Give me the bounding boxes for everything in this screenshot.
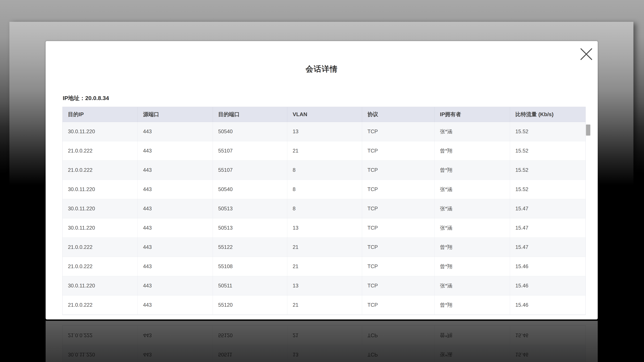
table-cell: 443 — [138, 296, 213, 315]
table-cell: 50540 — [213, 180, 287, 199]
table-cell: TCP — [362, 122, 434, 141]
table-cell: 13 — [287, 218, 362, 238]
table-cell: 21 — [287, 257, 362, 276]
table-cell: TCP — [362, 276, 434, 295]
table-cell: 443 — [138, 161, 213, 180]
table-cell: 21.0.0.222 — [62, 141, 138, 160]
table-cell: 50513 — [213, 218, 287, 238]
ip-address-line: IP地址：20.0.8.34 — [63, 94, 109, 102]
table-cell: 15.46 — [510, 276, 586, 295]
table-cell: 50513 — [213, 199, 287, 218]
session-table: 目的IP 源端口 目的端口 VLAN 协议 IP拥有者 比特流量 (Kb/s) … — [62, 107, 586, 315]
table-cell: 15.47 — [510, 199, 586, 218]
table-cell: TCP — [362, 161, 434, 180]
table-cell: 张*涵 — [434, 276, 510, 295]
table-cell: 50511 — [213, 276, 287, 295]
table-cell: TCP — [362, 180, 434, 199]
table-cell: 55107 — [213, 141, 287, 160]
table-cell: 21 — [287, 296, 362, 315]
table-cell: 21.0.0.222 — [62, 161, 138, 180]
session-dialog: 会话详情 IP地址：20.0.8.34 目的IP 源端口 目的端口 VLAN 协… — [46, 41, 598, 320]
table-cell: 曾*翔 — [434, 141, 510, 160]
table-cell: 8 — [287, 180, 362, 199]
table-cell: 30.0.11.220 — [62, 199, 138, 218]
column-header-dest-ip: 目的IP — [62, 107, 138, 122]
table-cell: 30.0.11.220 — [62, 276, 138, 295]
column-header-vlan: VLAN — [287, 107, 362, 122]
table-cell: 张*涵 — [434, 199, 510, 218]
table-cell: 15.47 — [510, 218, 586, 238]
table-cell: 21.0.0.222 — [62, 238, 138, 257]
column-header-dest-port: 目的端口 — [213, 107, 287, 122]
table-row: 21.0.0.222443551078TCP曾*翔15.52 — [62, 161, 586, 180]
table-cell: 15.46 — [510, 296, 586, 315]
ip-address-label: IP地址： — [63, 95, 85, 101]
table-cell: 15.47 — [510, 238, 586, 257]
table-cell: 443 — [138, 122, 213, 141]
column-header-protocol: 协议 — [362, 107, 434, 122]
table-cell: 30.0.11.220 — [62, 180, 138, 199]
table-cell: 15.46 — [510, 257, 586, 276]
table-cell: 13 — [287, 276, 362, 295]
table-row: 21.0.0.2224435512221TCP曾*翔15.47 — [62, 238, 586, 257]
table-cell: 443 — [138, 218, 213, 238]
table-cell: 曾*翔 — [434, 257, 510, 276]
table-cell: 55122 — [213, 238, 287, 257]
table-cell: 443 — [138, 141, 213, 160]
table-row: 21.0.0.2224435512021TCP曾*翔15.46 — [62, 296, 586, 315]
table-cell: 13 — [287, 122, 362, 141]
table-row: 30.0.11.2204435054013TCP张*涵15.52 — [62, 122, 586, 141]
table-cell: 21.0.0.222 — [62, 296, 138, 315]
table-cell: TCP — [362, 238, 434, 257]
column-header-bit-traffic: 比特流量 (Kb/s) — [510, 107, 586, 122]
table-cell: 55120 — [213, 296, 287, 315]
table-cell: 21 — [287, 141, 362, 160]
table-row: 30.0.11.2204435051313TCP张*涵15.47 — [62, 218, 586, 238]
table-cell: 443 — [138, 276, 213, 295]
table-cell: TCP — [362, 218, 434, 238]
table-cell: 21.0.0.222 — [62, 257, 138, 276]
table-cell: 55108 — [213, 257, 287, 276]
table-cell: 曾*翔 — [434, 161, 510, 180]
table-cell: 15.52 — [510, 122, 586, 141]
presentation-stage: 会话详情 IP地址：20.0.8.34 目的IP 源端口 目的端口 VLAN 协… — [0, 0, 644, 362]
table-cell: 15.52 — [510, 180, 586, 199]
table-cell: 30.0.11.220 — [62, 218, 138, 238]
table-cell: TCP — [362, 199, 434, 218]
table-scrollbar-thumb[interactable] — [586, 124, 590, 136]
table-header-row: 目的IP 源端口 目的端口 VLAN 协议 IP拥有者 比特流量 (Kb/s) — [62, 107, 586, 122]
table-cell: TCP — [362, 141, 434, 160]
table-body: 30.0.11.2204435054013TCP张*涵15.5221.0.0.2… — [62, 122, 586, 315]
table-row: 21.0.0.2224435510721TCP曾*翔15.52 — [62, 141, 586, 161]
table-row: 30.0.11.2204435051113TCP张*涵15.46 — [62, 276, 586, 296]
table-cell: 443 — [138, 238, 213, 257]
column-header-ip-owner: IP拥有者 — [434, 107, 510, 122]
table-cell: TCP — [362, 257, 434, 276]
table-cell: 443 — [138, 199, 213, 218]
table-cell: 张*涵 — [434, 180, 510, 199]
table-row: 21.0.0.2224435510821TCP曾*翔15.46 — [62, 257, 586, 276]
table-cell: 张*涵 — [434, 122, 510, 141]
table-cell: 55107 — [213, 161, 287, 180]
table-cell: 曾*翔 — [434, 296, 510, 315]
table-cell: 张*涵 — [434, 218, 510, 238]
column-header-src-port: 源端口 — [138, 107, 213, 122]
table-cell: 8 — [287, 161, 362, 180]
close-button[interactable] — [579, 47, 593, 61]
table-cell: 50540 — [213, 122, 287, 141]
table-row: 30.0.11.220443505408TCP张*涵15.52 — [62, 180, 586, 199]
table-cell: 曾*翔 — [434, 238, 510, 257]
table-cell: 443 — [138, 180, 213, 199]
table-cell: TCP — [362, 296, 434, 315]
dialog-title: 会话详情 — [46, 64, 598, 74]
table-row: 30.0.11.220443505138TCP张*涵15.47 — [62, 199, 586, 218]
table-cell: 443 — [138, 257, 213, 276]
table-cell: 8 — [287, 199, 362, 218]
close-icon — [579, 47, 593, 61]
table-cell: 21 — [287, 238, 362, 257]
table-cell: 30.0.11.220 — [62, 122, 138, 141]
table-cell: 15.52 — [510, 141, 586, 160]
ip-address-value: 20.0.8.34 — [85, 95, 109, 101]
table-cell: 15.52 — [510, 161, 586, 180]
